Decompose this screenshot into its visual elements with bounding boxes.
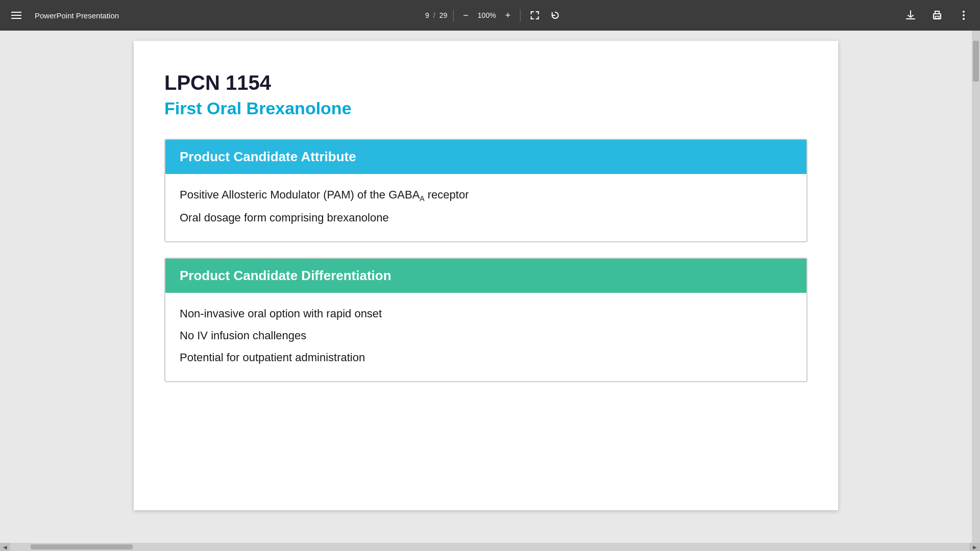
section-differentiation-header: Product Candidate Differentiation — [165, 259, 806, 293]
section-attribute-body: Positive Allosteric Modulator (PAM) of t… — [165, 174, 806, 241]
zoom-in-button[interactable]: + — [502, 10, 514, 21]
slide-subheading: First Oral Brexanolone — [164, 98, 807, 118]
section-attribute-header: Product Candidate Attribute — [165, 140, 806, 174]
fit-page-icon — [529, 10, 540, 20]
hamburger-icon — [11, 12, 21, 19]
page-separator: / — [433, 11, 435, 19]
more-options-button[interactable] — [955, 7, 972, 23]
differentiation-item-1: Non-invasive oral option with rapid onse… — [180, 305, 792, 322]
more-options-icon — [958, 10, 969, 21]
section-attribute-title: Product Candidate Attribute — [180, 149, 356, 164]
zoom-level: 100% — [476, 11, 498, 19]
scroll-left-button[interactable]: ◀ — [0, 543, 10, 551]
svg-point-10 — [940, 15, 941, 16]
differentiation-item-2: No IV infusion challenges — [180, 327, 792, 344]
attribute-item-1: Positive Allosteric Modulator (PAM) of t… — [180, 186, 792, 204]
section-differentiation-body: Non-invasive oral option with rapid onse… — [165, 293, 806, 381]
fit-page-button[interactable] — [526, 7, 543, 23]
zoom-out-button[interactable]: − — [460, 10, 472, 21]
rotate-button[interactable] — [547, 7, 563, 23]
bottom-scrollbar-track[interactable] — [10, 544, 970, 549]
svg-rect-3 — [537, 11, 538, 14]
section-differentiation-box: Product Candidate Differentiation Non-in… — [164, 258, 807, 382]
right-scrollbar[interactable] — [972, 31, 980, 543]
divider-2 — [520, 9, 520, 21]
current-page-input[interactable] — [417, 11, 429, 19]
slide-heading: LPCN 1154 — [164, 71, 807, 94]
slide-container: LPCN 1154 First Oral Brexanolone Product… — [134, 41, 838, 510]
toolbar: PowerPoint Presentation / 29 − 100% + — [0, 0, 980, 31]
section-attribute-box: Product Candidate Attribute Positive All… — [164, 139, 807, 242]
print-button[interactable] — [929, 7, 945, 23]
section-differentiation-title: Product Candidate Differentiation — [180, 268, 391, 283]
bottom-scrollbar-thumb[interactable] — [31, 544, 133, 549]
svg-rect-9 — [935, 16, 939, 18]
menu-button[interactable] — [8, 7, 24, 23]
svg-rect-7 — [537, 16, 538, 19]
download-icon — [905, 10, 916, 21]
right-scrollbar-thumb[interactable] — [973, 41, 979, 82]
rotate-icon — [550, 10, 560, 20]
divider-1 — [453, 9, 454, 21]
attribute-item-2: Oral dosage form comprising brexanolone — [180, 209, 792, 226]
svg-rect-5 — [530, 16, 531, 19]
scroll-right-button[interactable]: ▶ — [970, 543, 980, 551]
print-icon — [932, 10, 943, 21]
svg-point-11 — [963, 11, 965, 13]
page-navigation: / 29 − 100% + — [417, 7, 564, 23]
toolbar-right-actions — [902, 7, 972, 23]
document-title: PowerPoint Presentation — [35, 11, 119, 20]
differentiation-item-3: Potential for outpatient administration — [180, 349, 792, 366]
bottom-scrollbar[interactable]: ◀ ▶ — [0, 543, 980, 551]
svg-rect-1 — [530, 11, 531, 14]
page-total: 29 — [439, 11, 448, 19]
svg-point-12 — [963, 14, 965, 16]
download-button[interactable] — [902, 7, 919, 23]
main-content: LPCN 1154 First Oral Brexanolone Product… — [0, 31, 980, 543]
svg-point-13 — [963, 18, 965, 20]
slide-viewer[interactable]: LPCN 1154 First Oral Brexanolone Product… — [0, 31, 972, 543]
